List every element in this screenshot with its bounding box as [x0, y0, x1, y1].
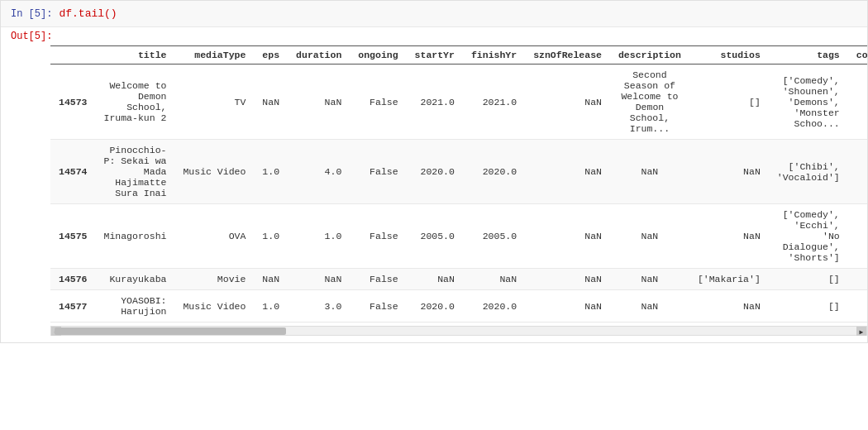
- col-duration: duration: [288, 46, 350, 64]
- input-label: In [5]:: [11, 8, 52, 20]
- table-cell: YOASOBI: Harujion: [96, 290, 175, 322]
- dataframe-wrapper[interactable]: title mediaType eps duration ongoing sta…: [50, 45, 867, 336]
- table-cell: NaN: [610, 140, 689, 204]
- table-cell: OVA: [174, 204, 254, 269]
- table-cell: []: [689, 64, 769, 140]
- table-cell: 14574: [50, 140, 96, 204]
- table-row: 14577YOASOBI: HarujionMusic Video1.03.0F…: [50, 290, 867, 322]
- table-cell: []: [769, 269, 848, 290]
- table-cell: 4.0: [288, 140, 350, 204]
- scroll-thumb[interactable]: [55, 327, 286, 335]
- table-cell: NaN: [407, 269, 463, 290]
- table-row: 14576KurayukabaMovieNaNNaNFalseNaNNaNNaN…: [50, 269, 867, 290]
- table-cell: False: [350, 204, 406, 269]
- table-cell: NaN: [254, 269, 288, 290]
- notebook-cell: In [5]: df.tail() Out[5]: title mediaTyp…: [0, 0, 868, 343]
- col-finishyr: finishYr: [463, 46, 525, 64]
- table-cell: ['Chibi', 'Vocaloid']: [769, 140, 848, 204]
- table-cell: []: [848, 64, 867, 140]
- table-cell: []: [848, 140, 867, 204]
- table-cell: 14576: [50, 269, 96, 290]
- table-cell: ['Comedy', 'Shounen', 'Demons', 'Monster…: [769, 64, 848, 140]
- table-row: 14573Welcome to Demon School, Iruma-kun …: [50, 64, 867, 140]
- output-area: title mediaType eps duration ongoing sta…: [1, 42, 867, 342]
- table-cell: NaN: [525, 140, 610, 204]
- col-studios: studios: [689, 46, 769, 64]
- table-cell: 2020.0: [407, 290, 463, 322]
- col-startyr: startYr: [407, 46, 463, 64]
- col-ongoing: ongoing: [350, 46, 406, 64]
- table-cell: Music Video: [174, 290, 254, 322]
- table-cell: 14577: [50, 290, 96, 322]
- dataframe-table: title mediaType eps duration ongoing sta…: [50, 45, 867, 322]
- table-cell: ['Comedy', 'Ecchi', 'No Dialogue', 'Shor…: [769, 204, 848, 269]
- table-cell: 3.0: [288, 290, 350, 322]
- table-cell: False: [350, 290, 406, 322]
- col-contentwarn: contentWarn: [848, 46, 867, 64]
- col-mediatype: mediaType: [174, 46, 254, 64]
- table-cell: 2020.0: [463, 290, 525, 322]
- col-sznofrelease: sznOfRelease: [525, 46, 610, 64]
- output-label: Out[5]:: [1, 27, 867, 42]
- col-eps: eps: [254, 46, 288, 64]
- table-cell: 2020.0: [407, 140, 463, 204]
- table-cell: TV: [174, 64, 254, 140]
- table-cell: Music Video: [174, 140, 254, 204]
- table-cell: 1.0: [254, 290, 288, 322]
- table-cell: NaN: [689, 204, 769, 269]
- header-row: title mediaType eps duration ongoing sta…: [50, 46, 867, 64]
- table-cell: NaN: [689, 290, 769, 322]
- col-title: title: [96, 46, 175, 64]
- table-cell: 14575: [50, 204, 96, 269]
- table-cell: NaN: [525, 290, 610, 322]
- table-cell: []: [848, 269, 867, 290]
- horizontal-scrollbar[interactable]: ◀ ▶: [50, 326, 867, 336]
- table-cell: Minagoroshi: [96, 204, 175, 269]
- table-cell: NaN: [254, 64, 288, 140]
- table-cell: 2021.0: [407, 64, 463, 140]
- table-cell: False: [350, 140, 406, 204]
- table-cell: False: [350, 64, 406, 140]
- table-cell: NaN: [463, 269, 525, 290]
- table-cell: 1.0: [254, 140, 288, 204]
- table-cell: NaN: [525, 64, 610, 140]
- table-cell: Kurayukaba: [96, 269, 175, 290]
- table-cell: Movie: [174, 269, 254, 290]
- table-cell: NaN: [525, 204, 610, 269]
- scroll-right-arrow[interactable]: ▶: [856, 327, 866, 336]
- table-cell: False: [350, 269, 406, 290]
- table-cell: NaN: [288, 269, 350, 290]
- table-cell: []: [848, 290, 867, 322]
- table-cell: []: [848, 204, 867, 269]
- table-row: 14575MinagoroshiOVA1.01.0False2005.02005…: [50, 204, 867, 269]
- table-cell: Welcome to Demon School, Iruma-kun 2: [96, 64, 175, 140]
- table-row: 14574Pinocchio-P: Sekai wa Mada Hajimatt…: [50, 140, 867, 204]
- table-cell: Second Season of Welcome to Demon School…: [610, 64, 689, 140]
- input-line: In [5]: df.tail(): [1, 1, 867, 27]
- table-cell: NaN: [525, 269, 610, 290]
- table-cell: 1.0: [254, 204, 288, 269]
- table-cell: 14573: [50, 64, 96, 140]
- table-cell: NaN: [610, 290, 689, 322]
- table-cell: 2005.0: [407, 204, 463, 269]
- table-cell: ['Makaria']: [689, 269, 769, 290]
- table-cell: 2005.0: [463, 204, 525, 269]
- col-description: description: [610, 46, 689, 64]
- input-code: df.tail(): [59, 7, 117, 20]
- table-cell: NaN: [288, 64, 350, 140]
- col-index: [50, 46, 96, 64]
- table-cell: NaN: [610, 269, 689, 290]
- table-cell: []: [769, 290, 848, 322]
- table-cell: NaN: [610, 204, 689, 269]
- table-cell: NaN: [689, 140, 769, 204]
- table-cell: 2021.0: [463, 64, 525, 140]
- table-cell: 2020.0: [463, 140, 525, 204]
- col-tags: tags: [769, 46, 848, 64]
- table-cell: Pinocchio-P: Sekai wa Mada Hajimatte Sur…: [96, 140, 175, 204]
- table-cell: 1.0: [288, 204, 350, 269]
